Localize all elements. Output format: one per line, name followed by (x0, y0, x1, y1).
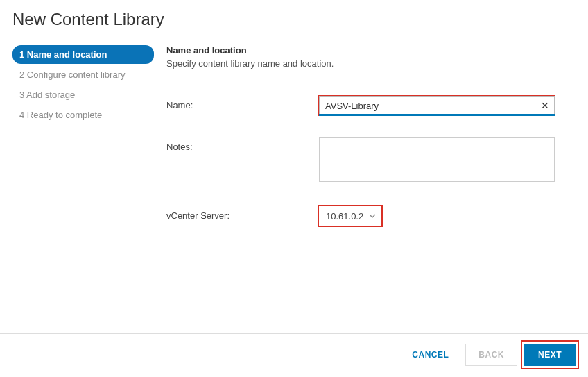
dialog-container: New Content Library 1 Name and location … (0, 0, 588, 377)
wizard-step-4[interactable]: 4 Ready to complete (12, 106, 154, 124)
focus-underline (319, 114, 555, 116)
dialog-title: New Content Library (12, 10, 576, 35)
notes-label: Notes: (166, 137, 319, 152)
dialog-body: 1 Name and location 2 Configure content … (12, 45, 576, 333)
name-label: Name: (166, 96, 319, 110)
vcenter-label: vCenter Server: (166, 206, 319, 221)
section-heading: Name and location (166, 45, 576, 56)
back-button: BACK (465, 344, 517, 366)
next-button[interactable]: NEXT (524, 344, 576, 366)
close-icon[interactable]: ✕ (541, 100, 549, 111)
row-name: Name: ✕ (166, 96, 576, 115)
wizard-step-3[interactable]: 3 Add storage (12, 85, 154, 104)
cancel-button[interactable]: CANCEL (402, 344, 458, 365)
chevron-down-icon (369, 214, 376, 218)
name-highlight: ✕ (319, 96, 555, 115)
section-description: Specify content library name and locatio… (166, 58, 576, 69)
divider (166, 76, 576, 76)
row-vcenter: vCenter Server: 10.61.0.2 (166, 206, 576, 226)
vcenter-select[interactable]: 10.61.0.2 (319, 206, 381, 226)
dialog-footer: CANCEL BACK NEXT (0, 333, 588, 377)
name-input[interactable] (319, 96, 555, 115)
wizard-sidebar: 1 Name and location 2 Configure content … (12, 45, 154, 333)
wizard-step-2[interactable]: 2 Configure content library (12, 65, 154, 84)
row-notes: Notes: (166, 137, 576, 184)
wizard-step-1[interactable]: 1 Name and location (12, 45, 154, 64)
notes-textarea[interactable] (319, 137, 555, 182)
vcenter-value: 10.61.0.2 (326, 211, 363, 221)
main-panel: Name and location Specify content librar… (166, 45, 576, 333)
